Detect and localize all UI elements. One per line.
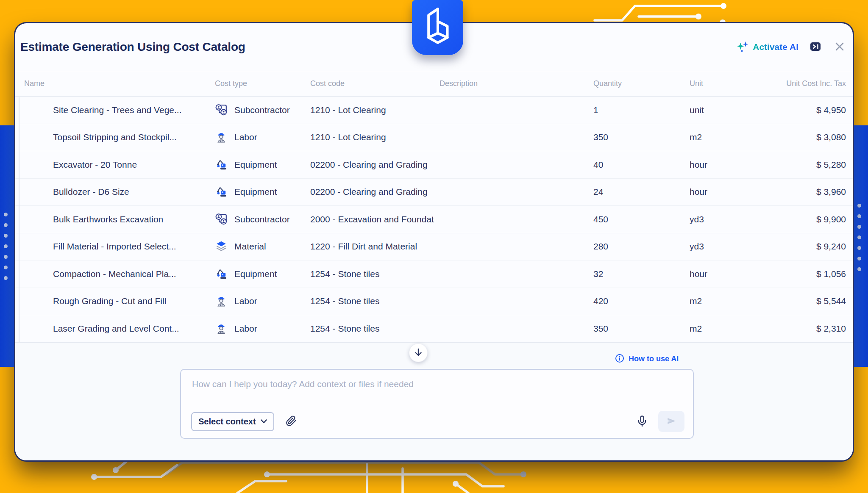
quantity: 24 — [593, 187, 690, 197]
select-context-label: Select context — [198, 417, 256, 427]
unit: hour — [690, 187, 785, 197]
equipment-icon — [215, 158, 228, 171]
side-panel-icon — [810, 41, 821, 54]
modal-footer: How to use AI Select context — [15, 342, 853, 460]
column-header-description: Description — [440, 79, 593, 88]
subcontractor-icon — [215, 104, 228, 116]
table-row[interactable]: Fill Material - Imported Select... Mater… — [15, 233, 853, 261]
info-icon — [615, 353, 625, 365]
column-header-unit-cost: Unit Cost Inc. Tax — [785, 79, 846, 88]
page-title: Estimate Generation Using Cost Catalog — [20, 40, 245, 54]
cost-code: 02200 - Clearing and Grading — [310, 160, 440, 170]
select-context-dropdown[interactable]: Select context — [191, 412, 274, 431]
cost-code: 1254 - Stone tiles — [310, 324, 440, 334]
sparkle-icon — [736, 40, 749, 54]
unit-cost: $ 5,280 — [785, 160, 846, 170]
unit: hour — [690, 269, 785, 279]
item-name: Rough Grading - Cut and Fill — [24, 296, 215, 306]
scroll-down-icon — [413, 347, 423, 359]
unit-cost: $ 9,240 — [785, 241, 846, 252]
desktop-background: Estimate Generation Using Cost Catalog A… — [0, 0, 868, 493]
table-row[interactable]: Bulldozer - D6 Size Equipment 02200 - Cl… — [15, 179, 853, 206]
table-row[interactable]: Rough Grading - Cut and Fill Labor 1254 … — [15, 288, 853, 316]
unit: m2 — [690, 296, 785, 306]
buildern-logo-icon — [415, 3, 460, 53]
attach-file-button[interactable] — [286, 415, 297, 428]
activate-ai-button[interactable]: Activate AI — [736, 40, 798, 54]
cost-code: 2000 - Excavation and Foundat — [310, 214, 440, 224]
table-row[interactable]: Compaction - Mechanical Pla... Equipment… — [15, 260, 853, 288]
table-row[interactable]: Bulk Earthworks Excavation Subcontractor… — [15, 206, 853, 233]
cost-type-label: Subcontractor — [234, 214, 290, 224]
quantity: 350 — [593, 324, 690, 334]
estimate-generation-modal: Estimate Generation Using Cost Catalog A… — [15, 23, 853, 460]
cost-type-label: Labor — [234, 324, 257, 334]
circuit-decoration-bottom — [55, 457, 542, 493]
cost-code: 1254 - Stone tiles — [310, 296, 440, 306]
cost-type-label: Subcontractor — [234, 105, 290, 115]
equipment-icon — [215, 268, 228, 280]
item-name: Bulldozer - D6 Size — [24, 187, 215, 197]
unit-cost: $ 2,310 — [785, 324, 846, 334]
column-header-unit: Unit — [690, 79, 785, 88]
column-header-quantity: Quantity — [593, 79, 690, 88]
header-actions: Activate AI — [736, 40, 845, 54]
send-icon — [666, 415, 677, 428]
paperclip-icon — [286, 415, 297, 428]
labor-icon — [215, 131, 228, 144]
microphone-icon — [636, 415, 648, 428]
equipment-icon — [215, 186, 228, 198]
subcontractor-icon — [215, 213, 228, 226]
unit-cost: $ 1,056 — [785, 269, 846, 279]
labor-icon — [215, 322, 228, 335]
table-row[interactable]: Topsoil Stripping and Stockpil... Labor … — [15, 124, 853, 152]
ai-prompt-input[interactable] — [181, 370, 693, 409]
unit: yd3 — [690, 241, 785, 252]
item-name: Topsoil Stripping and Stockpil... — [24, 132, 215, 142]
quantity: 280 — [593, 241, 690, 252]
cost-type-label: Material — [234, 241, 266, 252]
buildern-logo — [412, 0, 463, 55]
unit: m2 — [690, 132, 785, 142]
item-name: Excavator - 20 Tonne — [24, 160, 215, 170]
edge-bar-left — [0, 125, 15, 367]
quantity: 450 — [593, 214, 690, 224]
unit-cost: $ 3,080 — [785, 132, 846, 142]
ai-chat-box: Select context — [180, 369, 694, 439]
unit: hour — [690, 160, 785, 170]
edge-dots-left — [4, 213, 8, 280]
unit: unit — [690, 105, 785, 115]
table-row[interactable]: Laser Grading and Level Cont... Labor 12… — [15, 315, 853, 343]
unit: yd3 — [690, 214, 785, 224]
scroll-down-button[interactable] — [409, 343, 428, 362]
chat-toolbar: Select context — [191, 410, 684, 432]
edge-bar-right — [853, 125, 868, 367]
cost-code: 02200 - Clearing and Grading — [310, 187, 440, 197]
how-to-use-ai-link[interactable]: How to use AI — [615, 353, 679, 365]
column-header-cost-type: Cost type — [215, 79, 310, 88]
cost-type-label: Equipment — [234, 160, 277, 170]
table-row[interactable]: Site Clearing - Trees and Vege... Subcon… — [15, 97, 853, 124]
close-button[interactable] — [834, 41, 845, 53]
activate-ai-label: Activate AI — [753, 42, 798, 52]
unit-cost: $ 5,544 — [785, 296, 846, 306]
unit-cost: $ 3,960 — [785, 187, 846, 197]
cost-code: 1210 - Lot Clearing — [310, 105, 440, 115]
how-to-use-ai-label: How to use AI — [629, 355, 679, 363]
side-panel-button[interactable] — [810, 41, 821, 54]
table-header: Name Cost type Cost code Description Qua… — [15, 71, 853, 97]
item-name: Laser Grading and Level Cont... — [24, 324, 215, 334]
quantity: 1 — [593, 105, 690, 115]
microphone-button[interactable] — [636, 415, 648, 428]
column-header-cost-code: Cost code — [310, 79, 440, 88]
unit-cost: $ 9,900 — [785, 214, 846, 224]
unit: m2 — [690, 324, 785, 334]
item-name: Site Clearing - Trees and Vege... — [24, 105, 215, 115]
item-name: Compaction - Mechanical Pla... — [24, 269, 215, 279]
close-icon — [834, 41, 845, 53]
quantity: 40 — [593, 160, 690, 170]
table-indent-guide — [19, 97, 19, 342]
table-row[interactable]: Excavator - 20 Tonne Equipment 02200 - C… — [15, 151, 853, 179]
cost-type-label: Equipment — [234, 187, 277, 197]
send-button[interactable] — [658, 411, 684, 432]
